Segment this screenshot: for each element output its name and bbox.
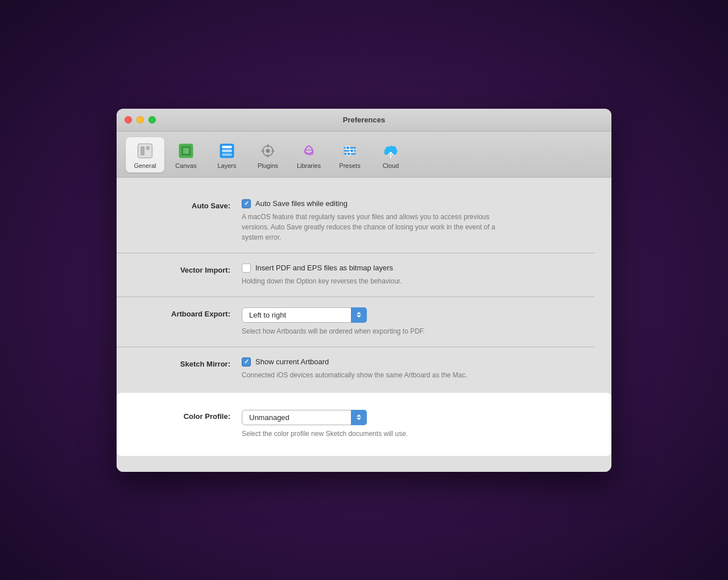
libraries-icon — [299, 141, 319, 161]
general-icon — [135, 141, 155, 161]
tab-libraries-label: Libraries — [297, 162, 321, 169]
sketch-mirror-label: Sketch Mirror: — [117, 352, 242, 386]
svg-point-22 — [347, 152, 350, 155]
canvas-icon — [176, 141, 196, 161]
tab-canvas[interactable]: Canvas — [167, 137, 205, 172]
tab-libraries[interactable]: Libraries — [289, 137, 328, 172]
auto-save-check-mark: ✓ — [244, 200, 249, 207]
divider-2 — [117, 297, 594, 297]
plugins-icon — [258, 141, 278, 161]
tab-layers[interactable]: Layers — [208, 137, 246, 172]
auto-save-checkbox[interactable]: ✓ — [242, 199, 251, 208]
svg-rect-13 — [267, 154, 269, 157]
color-profile-select-wrapper: Unmanaged sRGB Display P3 — [242, 410, 367, 425]
auto-save-checkbox-label: Auto Save files while editing — [255, 199, 348, 208]
content-area: Auto Save: ✓ Auto Save files while editi… — [117, 178, 611, 472]
color-profile-content: Unmanaged sRGB Display P3 Select the col… — [242, 404, 611, 445]
auto-save-content: ✓ Auto Save files while editing A macOS … — [242, 194, 611, 248]
sketch-mirror-description: Connected iOS devices automatically show… — [242, 370, 515, 380]
artboard-export-content: Left to right Top to bottom Select how A… — [242, 302, 611, 342]
auto-save-description: A macOS feature that regularly saves you… — [242, 212, 515, 242]
title-bar: Preferences — [117, 109, 611, 131]
close-button[interactable] — [125, 116, 132, 124]
tab-presets-label: Presets — [339, 162, 360, 169]
artboard-export-description: Select how Artboards will be ordered whe… — [242, 326, 515, 336]
auto-save-label: Auto Save: — [117, 194, 242, 248]
svg-rect-0 — [138, 143, 152, 158]
auto-save-checkbox-row: ✓ Auto Save files while editing — [242, 199, 594, 208]
settings-grid: Auto Save: ✓ Auto Save files while editi… — [117, 194, 611, 386]
svg-rect-7 — [222, 146, 232, 148]
artboard-export-select[interactable]: Left to right Top to bottom — [242, 307, 367, 323]
svg-rect-8 — [222, 149, 232, 151]
artboard-export-label: Artboard Export: — [117, 302, 242, 342]
svg-point-11 — [266, 149, 270, 153]
tab-plugins[interactable]: Plugins — [249, 137, 287, 172]
svg-point-16 — [305, 150, 313, 154]
tab-cloud[interactable]: Cloud — [371, 137, 410, 172]
tab-cloud-label: Cloud — [383, 162, 399, 169]
tab-layers-label: Layers — [217, 162, 236, 169]
vector-import-checkbox[interactable] — [242, 264, 251, 273]
vector-import-checkbox-label: Insert PDF and EPS files as bitmap layer… — [255, 264, 393, 272]
svg-rect-14 — [261, 150, 264, 151]
window-title: Preferences — [343, 116, 385, 124]
toolbar: General Canvas Layers — [117, 131, 611, 178]
cloud-icon — [380, 141, 401, 161]
tab-general[interactable]: General — [126, 137, 164, 172]
tab-canvas-label: Canvas — [175, 162, 196, 169]
maximize-button[interactable] — [148, 116, 156, 124]
traffic-lights — [125, 116, 156, 124]
sketch-mirror-content: ✓ Show current Artboard Connected iOS de… — [242, 352, 611, 386]
color-profile-label: Color Profile: — [117, 404, 242, 445]
sketch-mirror-checkbox-row: ✓ Show current Artboard — [242, 357, 594, 367]
artboard-export-select-wrapper: Left to right Top to bottom — [242, 307, 367, 323]
vector-import-content: Insert PDF and EPS files as bitmap layer… — [242, 258, 611, 292]
layers-icon — [217, 141, 237, 161]
svg-rect-5 — [183, 147, 189, 154]
divider-3 — [117, 347, 594, 347]
sketch-mirror-checkbox[interactable]: ✓ — [242, 357, 251, 367]
minimize-button[interactable] — [136, 116, 144, 124]
color-profile-section: Color Profile: Unmanaged sRGB Display P3 — [117, 393, 611, 456]
divider-1 — [117, 253, 594, 253]
svg-rect-1 — [140, 146, 144, 155]
preferences-window: Preferences General Canvas — [117, 109, 611, 472]
svg-point-20 — [346, 146, 349, 149]
vector-import-checkbox-row: Insert PDF and EPS files as bitmap layer… — [242, 264, 594, 273]
svg-rect-15 — [271, 150, 274, 151]
color-profile-select[interactable]: Unmanaged sRGB Display P3 — [242, 410, 367, 425]
color-profile-grid: Color Profile: Unmanaged sRGB Display P3 — [117, 404, 611, 445]
svg-rect-2 — [146, 146, 150, 150]
tab-plugins-label: Plugins — [258, 162, 278, 169]
svg-point-21 — [350, 149, 353, 152]
sketch-mirror-checkbox-label: Show current Artboard — [255, 357, 329, 366]
svg-rect-12 — [267, 144, 269, 147]
tab-presets[interactable]: Presets — [330, 137, 369, 172]
sketch-mirror-check-mark: ✓ — [244, 359, 249, 365]
presets-icon — [340, 141, 360, 161]
tab-general-label: General — [134, 162, 156, 169]
vector-import-description: Holding down the Option key reverses the… — [242, 276, 515, 286]
svg-rect-9 — [222, 153, 232, 155]
color-profile-description: Select the color profile new Sketch docu… — [242, 429, 515, 439]
vector-import-label: Vector Import: — [117, 258, 242, 292]
